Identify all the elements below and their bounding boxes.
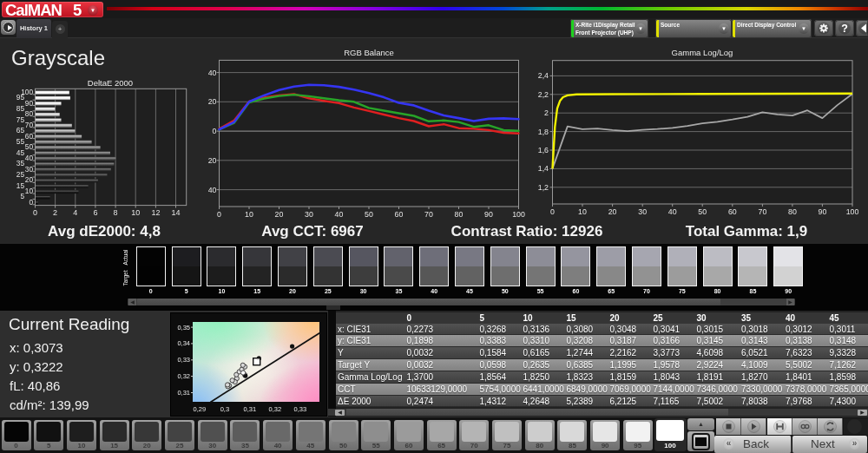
svg-text:10: 10	[245, 210, 253, 219]
svg-text:100: 100	[846, 207, 859, 216]
svg-text:85: 85	[16, 104, 25, 113]
svg-text:90: 90	[819, 207, 827, 216]
svg-text:0,33: 0,33	[294, 405, 307, 413]
svg-text:5: 5	[20, 192, 24, 200]
svg-text:40: 40	[25, 154, 34, 162]
svg-text:70: 70	[424, 210, 433, 219]
svg-text:40: 40	[208, 69, 217, 77]
svg-text:40: 40	[335, 210, 344, 219]
svg-text:2: 2	[544, 108, 549, 117]
svg-text:15: 15	[16, 181, 25, 190]
svg-text:10: 10	[578, 207, 587, 216]
svg-text:20: 20	[208, 97, 217, 106]
svg-text:4: 4	[73, 208, 77, 217]
svg-text:45: 45	[16, 148, 25, 157]
svg-text:0,32: 0,32	[269, 405, 282, 413]
svg-text:30: 30	[305, 210, 313, 219]
svg-text:2: 2	[53, 208, 57, 217]
svg-text:12: 12	[151, 208, 160, 217]
svg-text:100: 100	[512, 210, 525, 219]
svg-text:90: 90	[25, 99, 34, 108]
svg-text:0: 0	[33, 208, 37, 217]
svg-text:30: 30	[638, 207, 647, 216]
svg-text:0,29: 0,29	[194, 405, 207, 413]
svg-text:0: 0	[29, 198, 33, 207]
svg-text:0,35: 0,35	[177, 324, 190, 332]
svg-text:0: 0	[213, 127, 217, 135]
svg-text:10: 10	[131, 208, 140, 217]
svg-text:60: 60	[395, 210, 404, 219]
svg-text:RGB Balance: RGB Balance	[344, 48, 394, 57]
svg-text:0,31: 0,31	[177, 389, 190, 397]
svg-text:90: 90	[484, 210, 493, 219]
svg-text:50: 50	[698, 207, 707, 216]
svg-text:Gamma Log/Log: Gamma Log/Log	[672, 48, 733, 57]
svg-text:20: 20	[25, 175, 34, 184]
svg-text:20: 20	[275, 210, 284, 219]
svg-text:2,4: 2,4	[538, 71, 549, 80]
svg-text:0: 0	[550, 207, 555, 216]
svg-text:35: 35	[16, 159, 25, 167]
svg-text:0,31: 0,31	[244, 405, 257, 413]
svg-text:80: 80	[25, 109, 34, 118]
svg-text:8: 8	[114, 208, 118, 217]
svg-text:55: 55	[16, 137, 25, 146]
svg-text:60: 60	[25, 132, 34, 141]
svg-text:10: 10	[25, 187, 34, 195]
svg-text:1,2: 1,2	[538, 183, 549, 192]
svg-text:20: 20	[608, 207, 617, 216]
svg-text:70: 70	[759, 207, 767, 216]
svg-text:0,34: 0,34	[177, 339, 190, 347]
svg-text:25: 25	[16, 170, 25, 179]
svg-text:-40: -40	[208, 186, 217, 194]
svg-text:0,33: 0,33	[177, 356, 190, 364]
svg-text:DeltaE 2000: DeltaE 2000	[88, 78, 133, 88]
svg-text:50: 50	[365, 210, 373, 219]
svg-text:2,2: 2,2	[538, 90, 549, 99]
svg-text:80: 80	[788, 207, 797, 216]
svg-text:70: 70	[25, 121, 34, 129]
svg-text:1,4: 1,4	[538, 164, 549, 173]
svg-text:0,3: 0,3	[220, 405, 229, 413]
svg-text:80: 80	[455, 210, 464, 219]
svg-text:?: ?	[841, 23, 848, 35]
svg-text:0,32: 0,32	[177, 372, 190, 380]
svg-text:30: 30	[25, 165, 34, 174]
svg-text:1,8: 1,8	[538, 128, 549, 136]
svg-text:75: 75	[16, 115, 25, 124]
svg-text:6: 6	[93, 208, 97, 217]
svg-text:-20: -20	[208, 156, 217, 165]
svg-text:1,6: 1,6	[538, 146, 549, 154]
svg-text:50: 50	[25, 142, 34, 151]
svg-text:0: 0	[217, 210, 221, 219]
svg-text:95: 95	[16, 93, 25, 102]
svg-text:60: 60	[728, 207, 737, 216]
svg-text:65: 65	[16, 126, 25, 135]
svg-text:40: 40	[668, 207, 677, 216]
svg-text:14: 14	[171, 208, 180, 217]
